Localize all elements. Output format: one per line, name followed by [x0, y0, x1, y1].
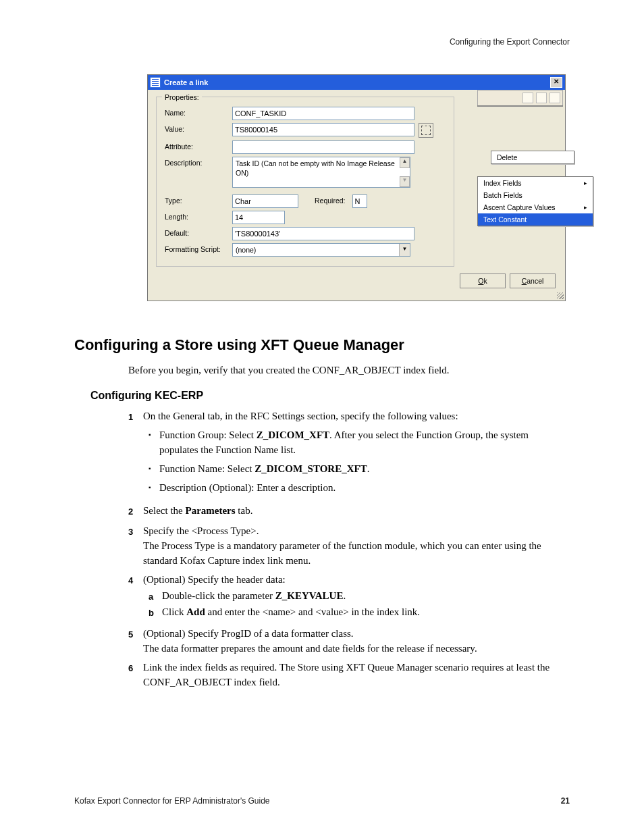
list-item: b Click Add and enter the <name> and <va…: [149, 604, 570, 621]
step-4: 4 (Optional) Specify the header data: a …: [128, 572, 570, 622]
step-6: 6 Link the index fields as required. The…: [128, 660, 570, 689]
length-input[interactable]: [232, 211, 285, 224]
menu-item-text-constant[interactable]: Text Constant: [478, 213, 593, 226]
attribute-label: Attribute:: [165, 140, 232, 151]
step-1: 1 On the General tab, in the RFC Setting…: [128, 409, 570, 499]
tool-icon[interactable]: [522, 93, 533, 103]
context-menu-2: Index Fields Batch Fields Ascent Capture…: [477, 176, 593, 226]
menu-item-batch-fields[interactable]: Batch Fields: [478, 189, 593, 201]
app-icon: [151, 78, 160, 87]
background-panel: [477, 105, 563, 107]
dialog-title: Create a link: [164, 78, 208, 86]
footer-title: Kofax Export Connector for ERP Administr…: [74, 796, 270, 806]
dialog-body: Properties: Name: Value: Attribute: Desc…: [148, 90, 565, 301]
step-number: 2: [128, 503, 143, 519]
step-3: 3 Specify the <Process Type>. The Proces…: [128, 523, 570, 568]
default-input[interactable]: [232, 227, 414, 240]
page-footer: Kofax Export Connector for ERP Administr…: [74, 796, 570, 806]
context-menus: Delete Index Fields Batch Fields Ascent …: [477, 151, 593, 226]
default-label: Default:: [165, 227, 232, 237]
background-toolbar: [477, 90, 563, 105]
value-input[interactable]: [232, 123, 414, 136]
length-label: Length:: [165, 211, 232, 221]
page-header: Configuring the Export Connector: [450, 37, 570, 47]
chevron-down-icon[interactable]: ▼: [399, 244, 410, 256]
background-window: [477, 90, 563, 107]
list-item: Description (Optional): Enter a descript…: [149, 480, 570, 495]
bullet-list: Function Group: Select Z_DICOM_XFT. Afte…: [149, 427, 570, 495]
list-item: Function Group: Select Z_DICOM_XFT. Afte…: [149, 427, 570, 457]
type-input[interactable]: [232, 194, 298, 208]
description-box[interactable]: Task ID (Can not be empty with No Image …: [232, 157, 410, 188]
type-label: Type:: [165, 194, 232, 205]
document-page: Configuring the Export Connector Create …: [0, 0, 644, 834]
step-5: 5 (Optional) Specify ProgID of a data fo…: [128, 626, 570, 656]
step-letter: a: [149, 588, 162, 604]
menu-item-delete[interactable]: Delete: [491, 151, 574, 163]
step-letter: b: [149, 604, 162, 621]
step-number: 1: [128, 409, 143, 499]
cancel-button[interactable]: Cancel: [510, 273, 556, 288]
step-2: 2 Select the Parameters tab.: [128, 503, 570, 519]
formatting-select[interactable]: (none) ▼: [232, 243, 410, 257]
description-label: Description:: [165, 157, 232, 167]
heading-3: Configuring KEC-ERP: [90, 390, 570, 402]
sub-list: a Double-click the parameter Z_KEYVALUE.…: [149, 588, 570, 621]
menu-item-ascent-values[interactable]: Ascent Capture Values: [478, 201, 593, 213]
description-scroll[interactable]: ▲ ▼: [400, 157, 410, 187]
attribute-input[interactable]: [232, 140, 414, 154]
create-link-dialog: Create a link ✕ Properties: Name: Value:…: [147, 74, 566, 301]
dialog-titlebar: Create a link ✕: [148, 75, 565, 90]
menu-item-index-fields[interactable]: Index Fields: [478, 177, 593, 189]
name-input[interactable]: [232, 107, 414, 120]
heading-2: Configuring a Store using XFT Queue Mana…: [74, 336, 570, 354]
ok-button[interactable]: Ok: [460, 273, 506, 288]
dialog-button-row: Ok Cancel: [148, 267, 565, 291]
page-number: 21: [561, 796, 570, 806]
formatting-label: Formatting Script:: [165, 243, 232, 253]
value-picker-button[interactable]: [419, 123, 433, 138]
scroll-up-icon[interactable]: ▲: [400, 157, 410, 168]
tool-icon[interactable]: [536, 93, 547, 103]
groupbox-legend: Properties:: [162, 93, 202, 101]
step-number: 4: [128, 572, 143, 622]
tool-icon[interactable]: [549, 93, 560, 103]
intro-paragraph: Before you begin, verify that you create…: [128, 363, 570, 377]
step-number: 6: [128, 660, 143, 689]
required-label: Required:: [315, 194, 346, 205]
description-text: Task ID (Can not be empty with No Image …: [233, 157, 400, 187]
name-label: Name:: [165, 107, 232, 117]
scroll-down-icon[interactable]: ▼: [400, 176, 410, 187]
step-number: 5: [128, 626, 143, 656]
list-item: a Double-click the parameter Z_KEYVALUE.: [149, 588, 570, 604]
step-list: 1 On the General tab, in the RFC Setting…: [128, 409, 570, 689]
required-input[interactable]: [352, 194, 367, 208]
resize-grip-icon[interactable]: [557, 292, 564, 299]
formatting-value: (none): [233, 246, 399, 254]
list-item: Function Name: Select Z_DICOM_STORE_XFT.: [149, 461, 570, 476]
step-number: 3: [128, 523, 143, 568]
properties-groupbox: Properties: Name: Value: Attribute: Desc…: [156, 97, 454, 267]
close-icon[interactable]: ✕: [550, 77, 562, 88]
context-menu-1: Delete: [491, 151, 574, 164]
value-label: Value:: [165, 123, 232, 133]
step-text: On the General tab, in the RFC Settings …: [143, 411, 458, 421]
